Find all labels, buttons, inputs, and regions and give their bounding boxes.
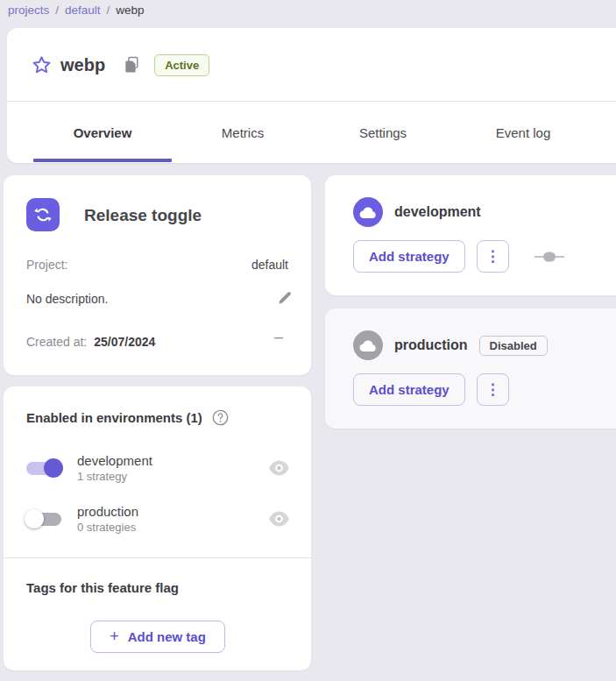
environment-name: production xyxy=(77,504,138,519)
sync-arrows-icon xyxy=(32,204,53,225)
section-divider xyxy=(4,557,311,558)
project-value: default xyxy=(251,258,288,272)
active-tab-indicator xyxy=(33,159,172,162)
visibility-eye-icon[interactable] xyxy=(268,510,290,528)
description-row: No description. xyxy=(26,290,288,308)
tab-settings[interactable]: Settings xyxy=(313,102,453,163)
panel-actions: Add strategy ⋮ xyxy=(353,240,564,273)
breadcrumb-current: webp xyxy=(116,4,144,17)
flag-details-card: Release toggle Project: default No descr… xyxy=(4,175,311,375)
production-toggle[interactable] xyxy=(26,513,61,526)
environment-row-production: production 0 strategies xyxy=(26,500,290,537)
environment-menu-button[interactable]: ⋮ xyxy=(477,240,509,273)
description-text: No description. xyxy=(26,292,108,306)
plus-icon: + xyxy=(110,628,119,646)
add-new-tag-label: Add new tag xyxy=(128,629,206,644)
created-row: Created at: 25/07/2024 xyxy=(26,333,288,351)
created-at-label: Created at: xyxy=(26,335,87,349)
copy-name-icon[interactable] xyxy=(124,56,140,74)
environments-card: Enabled in environments (1) development … xyxy=(4,387,311,670)
help-icon[interactable] xyxy=(212,409,229,426)
development-toggle[interactable] xyxy=(26,462,61,475)
header-card: webp Active Overview Metrics Settings Ev… xyxy=(7,28,616,163)
flag-type-label: Release toggle xyxy=(84,206,202,225)
environment-cloud-icon xyxy=(353,330,383,360)
add-strategy-button[interactable]: Add strategy xyxy=(353,240,465,273)
breadcrumb-separator: / xyxy=(55,4,59,17)
favorite-star-icon[interactable] xyxy=(31,54,53,76)
environments-title-row: Enabled in environments (1) xyxy=(26,409,229,426)
collapse-details-button[interactable]: – xyxy=(274,329,283,344)
panel-actions: Add strategy ⋮ xyxy=(353,373,509,406)
environment-strategy-count: 0 strategies xyxy=(77,521,138,534)
breadcrumb-default-link[interactable]: default xyxy=(65,4,101,17)
environment-menu-button[interactable]: ⋮ xyxy=(477,373,509,406)
development-strategies-panel: development Add strategy ⋮ xyxy=(325,175,616,295)
edit-description-button[interactable] xyxy=(269,282,301,314)
tags-section-title: Tags for this feature flag xyxy=(26,580,179,595)
panel-header: production Disabled xyxy=(353,330,548,360)
tab-overview[interactable]: Overview xyxy=(32,102,173,163)
toggle-knob xyxy=(44,458,63,478)
feature-flag-page: projects / default / webp webp Active Ov… xyxy=(0,0,616,681)
environment-strategy-count: 1 strategy xyxy=(77,470,152,483)
environment-panel-name: production xyxy=(394,337,468,353)
environment-name: development xyxy=(77,453,152,468)
environment-panel-name: development xyxy=(394,204,481,220)
flag-title-row: webp Active xyxy=(7,28,616,102)
page-title: webp xyxy=(60,55,105,75)
environments-title: Enabled in environments (1) xyxy=(26,410,202,425)
project-row: Project: default xyxy=(26,256,288,273)
tab-bar: Overview Metrics Settings Event log xyxy=(32,102,593,163)
project-label: Project: xyxy=(26,258,67,272)
environment-texts: development 1 strategy xyxy=(77,453,152,483)
release-toggle-icon xyxy=(26,198,60,231)
production-strategies-panel: production Disabled Add strategy ⋮ xyxy=(325,309,616,429)
pencil-icon xyxy=(276,289,294,307)
add-new-tag-button[interactable]: + Add new tag xyxy=(90,621,225,653)
environment-cloud-icon xyxy=(353,197,383,227)
environment-texts: production 0 strategies xyxy=(77,504,138,534)
panel-header: development xyxy=(353,197,481,227)
add-strategy-button[interactable]: Add strategy xyxy=(353,373,465,406)
breadcrumb-projects-link[interactable]: projects xyxy=(8,4,49,17)
status-badge: Active xyxy=(154,54,209,76)
strategy-connector-icon xyxy=(535,251,564,263)
breadcrumb-separator: / xyxy=(107,4,110,17)
tab-metrics[interactable]: Metrics xyxy=(173,102,313,163)
disabled-badge: Disabled xyxy=(479,336,548,356)
breadcrumb: projects / default / webp xyxy=(8,0,145,19)
created-at-value: 25/07/2024 xyxy=(94,335,155,349)
environment-row-development: development 1 strategy xyxy=(26,450,290,486)
toggle-knob xyxy=(25,509,44,528)
tab-event-log[interactable]: Event log xyxy=(453,102,593,163)
visibility-eye-icon[interactable] xyxy=(268,459,290,477)
